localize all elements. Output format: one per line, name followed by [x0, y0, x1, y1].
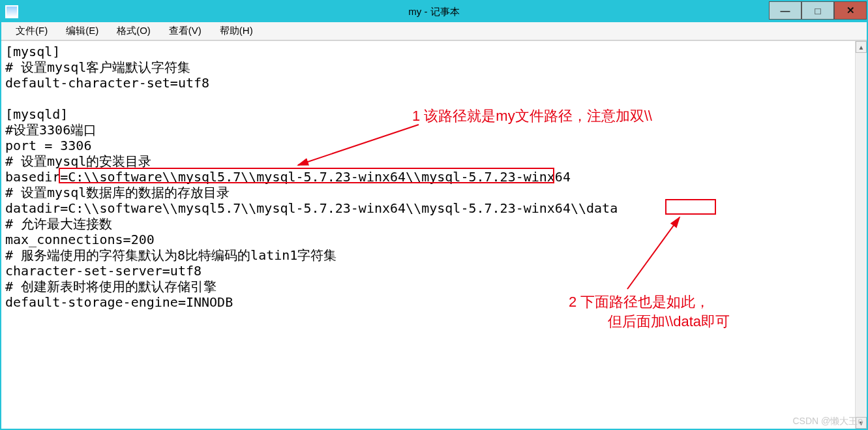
close-button[interactable]: ✕ [834, 1, 867, 20]
menu-file[interactable]: 文件(F) [7, 23, 57, 38]
menubar: 文件(F) 编辑(E) 格式(O) 查看(V) 帮助(H) [1, 22, 867, 40]
notepad-window: my - 记事本 — □ ✕ 文件(F) 编辑(E) 格式(O) 查看(V) 帮… [0, 0, 868, 430]
app-icon [5, 5, 18, 18]
maximize-button[interactable]: □ [801, 1, 834, 20]
scroll-up-icon[interactable]: ▲ [856, 41, 867, 53]
window-controls: — □ ✕ [769, 1, 867, 20]
vertical-scrollbar[interactable]: ▲ ▼ [855, 41, 867, 429]
menu-format[interactable]: 格式(O) [108, 23, 160, 38]
minimize-button[interactable]: — [769, 1, 801, 20]
editor-area: [mysql] # 设置mysql客户端默认字符集 default-charac… [1, 40, 867, 429]
window-title: my - 记事本 [408, 6, 459, 18]
menu-edit[interactable]: 编辑(E) [57, 23, 108, 38]
watermark-text: CSDN @懒大王o [792, 416, 863, 427]
menu-help[interactable]: 帮助(H) [211, 23, 262, 38]
titlebar[interactable]: my - 记事本 — □ ✕ [1, 1, 867, 22]
menu-view[interactable]: 查看(V) [160, 23, 211, 38]
text-editor[interactable]: [mysql] # 设置mysql客户端默认字符集 default-charac… [1, 41, 855, 429]
